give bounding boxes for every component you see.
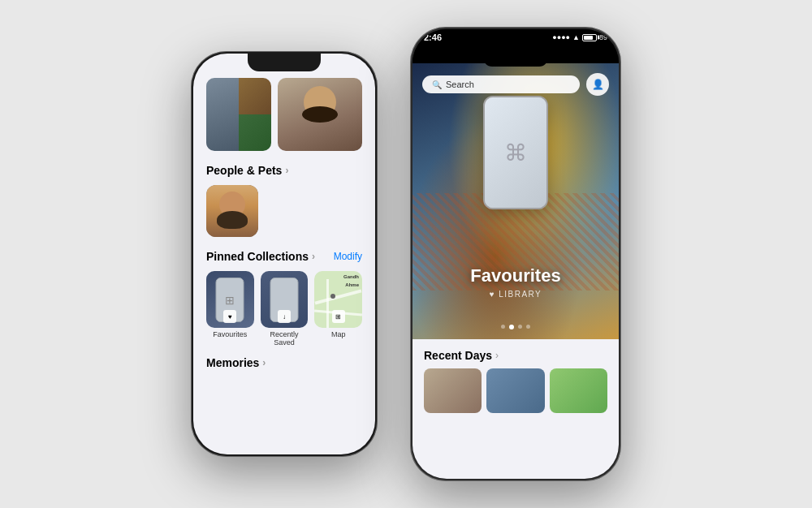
wifi-icon: ▲: [572, 33, 580, 41]
modify-button[interactable]: Modify: [334, 251, 362, 262]
hero-title: Favourites: [412, 265, 619, 286]
pinned-collections-grid: ⊞ ♥ Favourites ↓ Recently Saved: [206, 271, 362, 347]
thumb-3[interactable]: [550, 368, 607, 413]
search-icon: 🔍: [432, 80, 442, 89]
pinned-recently-saved[interactable]: ↓ Recently Saved: [261, 271, 309, 347]
recent-thumbs-row: [424, 368, 607, 413]
people-pets-title[interactable]: People & Pets ›: [206, 164, 288, 177]
battery-icon: [582, 34, 597, 41]
status-icons: ●●●● ▲ 89: [552, 33, 607, 41]
memories-section: Memories ›: [206, 356, 362, 369]
status-time: 2:46: [424, 32, 442, 42]
memory-card-2[interactable]: [278, 78, 362, 151]
memories-chevron: ›: [262, 357, 266, 368]
hero-subtitle: ♥ LIBRARY: [412, 290, 619, 299]
status-bar: 2:46 ●●●● ▲ 89: [412, 29, 619, 42]
recent-days-chevron: ›: [495, 350, 499, 361]
favourites-label: Favourites: [206, 330, 254, 338]
hero-text: Favourites ♥ LIBRARY: [412, 265, 619, 299]
people-pets-chevron: ›: [285, 165, 288, 176]
recent-days-header: Recent Days ›: [424, 349, 607, 362]
battery-label: 89: [599, 33, 607, 41]
profile-icon: 👤: [592, 79, 604, 90]
memories-title[interactable]: Memories ›: [206, 356, 362, 369]
phone-1: People & Pets › Pinned Collections › Mod…: [191, 51, 378, 457]
search-pill[interactable]: 🔍 Search: [422, 75, 580, 93]
phone1-notch: [248, 54, 321, 71]
dot-1: [501, 325, 505, 329]
people-pets-label: People & Pets: [206, 164, 282, 177]
heart-icon: ♥: [490, 290, 495, 299]
hero-subtitle-text: LIBRARY: [499, 290, 542, 299]
memory-card-1[interactable]: [206, 78, 271, 151]
search-label: Search: [446, 80, 474, 89]
carousel-dots: [412, 325, 619, 329]
dynamic-island: [483, 49, 548, 67]
recently-saved-label: Recently Saved: [261, 330, 309, 347]
pinned-collections-title[interactable]: Pinned Collections ›: [206, 250, 315, 263]
recent-days-title[interactable]: Recent Days: [424, 349, 492, 362]
search-bar-area: 🔍 Search 👤: [422, 73, 609, 96]
pinned-collections-header: Pinned Collections › Modify: [206, 250, 362, 263]
dot-2: [509, 325, 514, 329]
signal-icon: ●●●●: [552, 33, 570, 41]
dot-4: [526, 325, 530, 329]
people-pets-header: People & Pets ›: [206, 164, 362, 177]
apple-logo-icon: ⌘: [504, 140, 527, 166]
profile-button[interactable]: 👤: [586, 73, 609, 96]
pinned-map[interactable]: Gandh Ahme ⊞ Map: [314, 271, 362, 347]
pinned-collections-label: Pinned Collections: [206, 250, 309, 263]
pinned-favourites[interactable]: ⊞ ♥ Favourites: [206, 271, 254, 347]
pinned-chevron: ›: [312, 251, 315, 262]
map-label: Map: [314, 330, 362, 338]
person-avatar[interactable]: [206, 185, 258, 237]
hero-section: ⌘ 🔍 Search 👤 Favourites ♥ LIBRARY: [412, 63, 619, 339]
memory-cards-row: [206, 78, 362, 151]
dot-3: [518, 325, 522, 329]
phone2-bottom-section: Recent Days ›: [412, 339, 619, 479]
phone-2: 2:46 ●●●● ▲ 89 ⌘: [410, 27, 621, 481]
held-phone-illustration: ⌘: [483, 96, 548, 209]
memories-label: Memories: [206, 356, 259, 369]
thumb-1[interactable]: [424, 368, 482, 413]
thumb-2[interactable]: [486, 368, 544, 413]
